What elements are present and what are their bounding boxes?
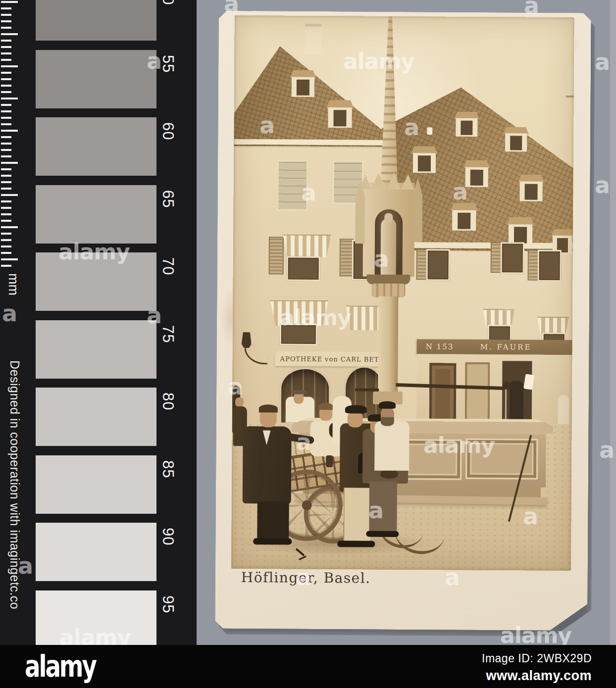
man-center-shoes xyxy=(337,541,375,547)
figure-group xyxy=(231,15,574,571)
house-number-sign: N 153 xyxy=(426,342,454,351)
ruler-tick xyxy=(1,117,11,119)
man-center-face xyxy=(348,411,363,427)
mm-ruler xyxy=(0,0,30,277)
gray-patch xyxy=(36,590,156,649)
ruler-tick xyxy=(1,181,11,183)
man-center-trousers xyxy=(343,488,372,543)
dormer-roof xyxy=(395,189,423,197)
man-left-legs xyxy=(257,501,289,542)
ruler-tick xyxy=(1,258,18,260)
scale-value: 80 xyxy=(160,393,176,410)
statue-head xyxy=(384,213,393,222)
ruler-tick xyxy=(1,265,11,267)
man-behind-face xyxy=(381,407,394,424)
basin-panel xyxy=(395,439,462,480)
background-band xyxy=(610,0,616,645)
canopy-pinnacle-left xyxy=(355,179,365,244)
dormer-face xyxy=(452,210,476,231)
street-lamp-icon xyxy=(242,332,252,348)
dormer-face xyxy=(413,153,436,173)
ruler-tick xyxy=(1,233,11,235)
footer-bar: alamy Image ID: 2WBX29D www.alamy.com xyxy=(0,645,616,688)
statue-niche xyxy=(375,209,403,277)
window xyxy=(277,160,308,210)
man-left-shoes xyxy=(253,538,292,544)
dormer-window xyxy=(510,136,522,150)
fountain-spire xyxy=(378,15,401,183)
fountain-canopy xyxy=(363,183,415,277)
ruler-tick xyxy=(1,1,18,3)
right-roof xyxy=(381,73,574,251)
ground-shadow xyxy=(241,530,429,556)
ruler-tick xyxy=(1,20,11,22)
dormer-roof xyxy=(463,160,490,169)
gray-patch xyxy=(36,455,156,514)
basin-panel xyxy=(465,439,538,480)
calibration-strip: mm 50556065707580859095 Designed in coop… xyxy=(0,0,197,688)
basin-base xyxy=(303,485,541,497)
dormer-window xyxy=(461,121,473,135)
dormer xyxy=(328,100,352,128)
figure-in-doorway xyxy=(510,381,524,426)
awning xyxy=(283,235,331,258)
right-cornice xyxy=(382,242,573,249)
window xyxy=(426,249,450,281)
ruler-tick xyxy=(1,207,11,209)
cart-box xyxy=(282,448,351,493)
window xyxy=(286,256,320,281)
window xyxy=(280,323,317,345)
child-face xyxy=(319,406,332,421)
apotheke-sign-band xyxy=(275,351,381,366)
dormer xyxy=(292,70,314,97)
ruler-tick xyxy=(1,91,11,93)
gray-patch xyxy=(36,50,156,108)
woman-face xyxy=(294,393,304,404)
fountain-column xyxy=(378,296,398,395)
left-cornice xyxy=(234,139,383,146)
photo-caption: Höflinger, Basel. xyxy=(241,569,371,587)
dormer-roof xyxy=(326,100,354,108)
cart-wheel-big xyxy=(271,469,343,541)
child-hair xyxy=(318,403,333,410)
shutter xyxy=(416,249,427,280)
man-right-cap xyxy=(368,414,386,422)
man-left-coat xyxy=(243,426,292,504)
photo-chip xyxy=(523,374,534,390)
cart-shaft xyxy=(392,507,449,557)
window xyxy=(488,325,512,350)
man-center-cap xyxy=(345,405,367,413)
dormer-face xyxy=(519,181,542,201)
alamy-stock-image-page: mm 50556065707580859095 Designed in coop… xyxy=(0,0,616,688)
man-left-shirt xyxy=(262,430,270,445)
spout-knob xyxy=(503,381,511,390)
ruler-tick xyxy=(1,40,11,42)
scale-value: 55 xyxy=(160,55,176,73)
dormer xyxy=(505,127,527,151)
ruler-tick xyxy=(1,162,18,164)
ruler-tick xyxy=(1,168,11,170)
ruler-tick xyxy=(1,130,18,132)
ruler-tick xyxy=(1,188,11,190)
dormer-roof xyxy=(504,127,529,134)
basin-body xyxy=(298,433,546,488)
dormer-face xyxy=(465,167,488,187)
dormer xyxy=(519,174,542,201)
ruler-tick xyxy=(1,155,11,157)
scale-value: 85 xyxy=(160,460,176,478)
ruler-tick xyxy=(1,72,11,74)
rake-handle xyxy=(508,435,532,522)
gray-patch xyxy=(36,252,156,311)
left-building: APOTHEKE von CARL BETUL xyxy=(231,15,574,571)
dormer-roof xyxy=(411,146,437,154)
scale-value: 95 xyxy=(160,595,176,613)
dormer-face xyxy=(553,236,572,254)
ruler-tick xyxy=(1,149,11,151)
shop-door xyxy=(465,362,490,428)
photo-scratch xyxy=(295,548,305,556)
woman-hat xyxy=(291,390,307,394)
man-right-face xyxy=(370,420,383,433)
dormer-window xyxy=(557,238,568,252)
man-left-face xyxy=(260,407,277,427)
awning xyxy=(270,300,328,326)
